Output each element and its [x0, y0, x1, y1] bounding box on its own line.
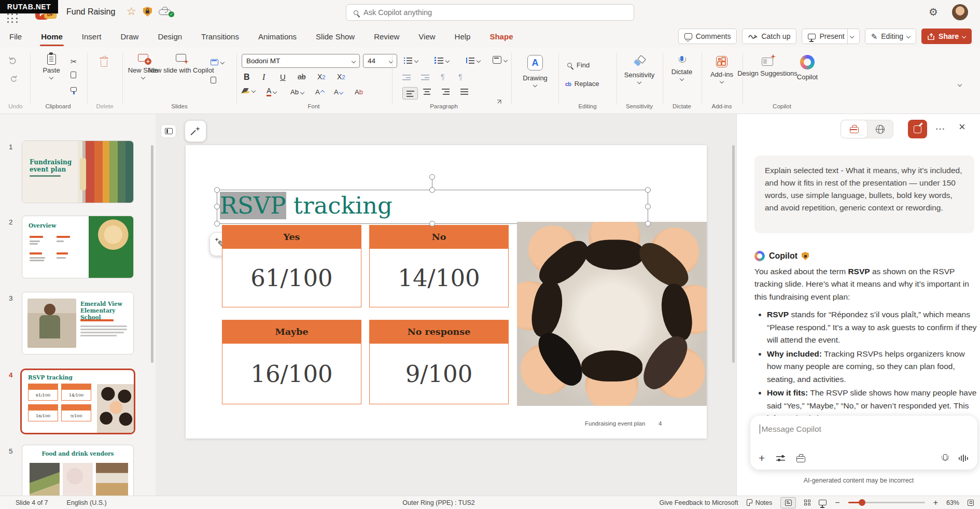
present-split-button[interactable]: Present — [802, 29, 859, 44]
redo-button[interactable] — [9, 75, 18, 82]
highlight-color-button[interactable] — [243, 88, 255, 93]
tab-shape[interactable]: Shape — [488, 30, 514, 43]
zoom-out-button[interactable]: − — [835, 498, 839, 507]
paste-button[interactable]: Paste — [36, 54, 66, 79]
slide-thumbnail-1[interactable]: Fundraising event plan — [22, 140, 134, 203]
zoom-percent[interactable]: 63% — [946, 499, 959, 506]
table-header-no[interactable]: No — [369, 225, 509, 248]
slide-thumbnail-5[interactable]: Food and drink vendors — [22, 445, 134, 496]
selection-handle-ne[interactable] — [645, 187, 651, 193]
zoom-slider[interactable] — [848, 502, 925, 503]
selected-text[interactable]: RSVP — [220, 192, 286, 219]
voice-input-button[interactable] — [942, 454, 947, 462]
sensitivity-button[interactable]: Sensitivity — [620, 56, 659, 83]
subscript-button[interactable]: X2 — [317, 73, 326, 81]
addins-button[interactable]: Add-ins — [705, 56, 738, 83]
slide-thumbnail-4-selected[interactable]: RSVP tracking 61/100 14/100 16/100 9/100 — [20, 369, 135, 434]
tab-home[interactable]: Home — [40, 30, 64, 43]
voice-mode-button[interactable] — [959, 455, 969, 462]
collapse-ribbon-button[interactable] — [958, 83, 961, 86]
character-spacing-button[interactable]: Ab — [290, 88, 304, 96]
slide-sorter-button[interactable] — [804, 500, 810, 505]
rotate-handle[interactable] — [429, 174, 435, 180]
app-launcher-icon[interactable] — [7, 13, 19, 24]
clear-formatting-button[interactable]: Ab — [355, 88, 363, 96]
replace-button[interactable]: cb Replace — [565, 80, 599, 88]
bold-button[interactable]: B — [244, 73, 250, 82]
editing-mode-button[interactable]: ✎ Editing — [865, 29, 916, 44]
comments-button[interactable]: Comments — [678, 29, 737, 44]
zoom-knob[interactable] — [859, 499, 865, 506]
share-button[interactable]: Share — [921, 29, 972, 44]
search-input[interactable] — [363, 8, 612, 17]
account-avatar[interactable] — [952, 4, 968, 20]
delete-button[interactable] — [101, 57, 107, 67]
new-slide-with-copilot-button[interactable]: New slide with Copilot — [159, 54, 203, 75]
tab-insert[interactable]: Insert — [81, 30, 103, 43]
line-spacing-button[interactable] — [466, 57, 480, 64]
tab-design[interactable]: Design — [157, 30, 183, 43]
table-value-noresponse[interactable]: 9/100 — [369, 343, 509, 404]
selection-handle-s[interactable] — [429, 221, 435, 227]
slide-layout-button[interactable] — [211, 59, 224, 65]
table-value-no[interactable]: 14/100 — [369, 248, 509, 307]
present-chevron-icon[interactable] — [849, 34, 853, 38]
options-sliders-button[interactable] — [776, 455, 785, 461]
sensitivity-shield-icon[interactable] — [143, 7, 152, 17]
settings-gear-icon[interactable]: ⚙ — [929, 6, 938, 18]
saved-cloud-icon[interactable] — [159, 9, 171, 15]
work-toggle-button[interactable] — [841, 120, 867, 138]
shrink-font-button[interactable]: A — [334, 88, 343, 96]
format-painter-button[interactable] — [71, 87, 77, 92]
work-mode-icon[interactable] — [796, 456, 805, 462]
cut-button[interactable]: ✂ — [71, 57, 77, 66]
undo-button[interactable] — [8, 56, 18, 64]
align-left-button[interactable] — [402, 87, 418, 100]
superscript-button[interactable]: X2 — [337, 73, 345, 81]
selection-handle-nw[interactable] — [214, 187, 220, 193]
copilot-search-box[interactable] — [346, 4, 634, 21]
tab-draw[interactable]: Draw — [119, 30, 139, 43]
underline-button[interactable]: U — [280, 73, 286, 81]
duplicate-slide-button[interactable] — [211, 77, 216, 83]
canvas-scrollbar[interactable] — [732, 145, 735, 363]
slide-thumbnail-3[interactable]: Emerald View Elementary School — [22, 292, 134, 355]
design-suggestions-button[interactable]: Design Suggestions — [746, 55, 789, 78]
justify-button[interactable] — [460, 88, 468, 95]
designer-button[interactable] — [185, 120, 206, 142]
notes-button[interactable]: Notes — [747, 499, 773, 506]
slide-title[interactable]: RSVP tracking — [220, 192, 393, 219]
paragraph-dialog-launcher[interactable] — [497, 100, 501, 104]
dictate-button[interactable]: Dictate — [667, 56, 697, 80]
panel-more-button[interactable]: … — [935, 120, 946, 132]
decrease-indent-button[interactable] — [402, 75, 411, 80]
slide-4-canvas[interactable]: RSVP tracking ✎ Yes No 61/100 14/100 May… — [186, 145, 707, 439]
slide-count-status[interactable]: Slide 4 of 7 — [16, 499, 48, 506]
slideshow-button[interactable] — [819, 500, 827, 505]
ltr-paragraph-button[interactable]: ¶ — [441, 73, 445, 81]
language-status[interactable]: English (U.S.) — [67, 499, 107, 506]
favorite-star-icon[interactable]: ☆ — [127, 5, 136, 18]
collapse-pane-button[interactable] — [161, 124, 176, 138]
grow-font-button[interactable]: A — [315, 88, 324, 96]
rtl-paragraph-button[interactable]: ¶ — [458, 73, 463, 81]
align-right-button[interactable] — [442, 88, 450, 95]
font-name-combo[interactable]: Bodoni MT — [242, 54, 360, 68]
copilot-ribbon-button[interactable]: Copilot — [792, 55, 822, 81]
strikethrough-button[interactable]: ab — [298, 73, 306, 81]
selection-handle-w[interactable] — [214, 204, 220, 209]
table-header-yes[interactable]: Yes — [222, 225, 361, 248]
tab-transitions[interactable]: Transitions — [200, 30, 240, 43]
document-title[interactable]: Fund Raising — [66, 7, 115, 17]
selection-handle-sw[interactable] — [214, 221, 220, 227]
catch-up-button[interactable]: Catch up — [742, 29, 796, 44]
selection-handle-n[interactable] — [429, 187, 435, 193]
font-color-button[interactable]: A — [267, 87, 276, 96]
table-value-yes[interactable]: 61/100 — [222, 248, 361, 307]
selection-handle-e[interactable] — [645, 204, 651, 209]
increase-indent-button[interactable] — [421, 75, 429, 80]
panel-close-button[interactable]: × — [959, 120, 965, 134]
zoom-in-button[interactable]: + — [933, 498, 938, 507]
tab-view[interactable]: View — [417, 30, 436, 43]
tab-file[interactable]: File — [8, 30, 23, 43]
